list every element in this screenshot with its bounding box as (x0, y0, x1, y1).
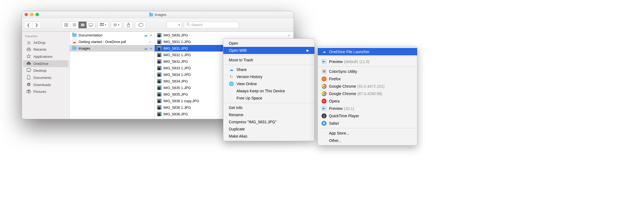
sidebar-item-documents[interactable]: Documents (23, 74, 68, 81)
preview-app-icon (322, 59, 327, 64)
action-button[interactable]: ⚙▾ (111, 21, 122, 28)
nav-buttons: ❮ ❯ (24, 21, 41, 28)
file-row[interactable]: Documentation ☁ ▸ (70, 32, 154, 38)
file-name: Documentation (79, 33, 142, 37)
ctx-rename[interactable]: Rename (223, 111, 314, 118)
file-row[interactable]: IMG_5830.JPG ✓ (155, 32, 293, 38)
share-button[interactable] (124, 21, 133, 28)
separator (318, 128, 417, 128)
synced-status-icon: ✓ (287, 33, 291, 37)
firefox-app-icon (322, 76, 327, 81)
ctx-always-keep[interactable]: Always Keep on This Device (223, 87, 314, 95)
svg-point-36 (324, 61, 325, 62)
safari-app-icon: ➤ (322, 121, 327, 126)
sidebar-item-desktop[interactable]: Desktop (23, 67, 68, 74)
svg-rect-14 (100, 23, 101, 24)
chrome-app-icon (322, 91, 327, 96)
file-row[interactable]: Getting started - OneDrive.pdf ✓ (70, 38, 154, 45)
sidebar-item-label: Desktop (33, 68, 47, 73)
openwith-preview-default[interactable]: Preview (default) (11.0) (318, 58, 417, 65)
sidebar-item-label: Recents (33, 47, 47, 52)
folder-icon (72, 33, 77, 38)
ctx-move-to-trash[interactable]: Move to Trash (223, 56, 314, 64)
svg-rect-12 (90, 26, 91, 27)
openwith-chrome-87[interactable]: Google Chrome (87.0.4280.88) (318, 90, 417, 97)
openwith-opera[interactable]: O Opera (318, 97, 417, 105)
sidebar-item-label: OneDrive (33, 62, 48, 66)
sidebar-item-applications[interactable]: Applications (23, 53, 68, 60)
sidebar-item-pictures[interactable]: Pictures (23, 88, 68, 95)
svg-point-23 (139, 24, 140, 25)
back-button[interactable]: ❮ (24, 22, 33, 28)
search-input[interactable]: Search (184, 22, 239, 28)
image-icon (157, 112, 162, 116)
documents-icon (26, 75, 31, 80)
file-name: IMG_5830.JPG (163, 33, 285, 37)
sidebar-item-label: AirDrop (33, 41, 45, 45)
tag-button[interactable] (135, 21, 146, 28)
svg-rect-18 (101, 25, 102, 26)
view-mode-buttons (62, 21, 95, 28)
ctx-free-up[interactable]: Free Up Space (223, 95, 314, 102)
close-window-button[interactable] (25, 13, 28, 16)
image-icon (157, 79, 162, 84)
gallery-view-button[interactable] (87, 22, 95, 28)
openwith-firefox[interactable]: Firefox (318, 75, 417, 82)
list-view-button[interactable] (70, 22, 79, 28)
openwith-quicktime[interactable]: Q QuickTime Player (318, 112, 417, 119)
openwith-chrome-91[interactable]: Google Chrome (91.0.4472.101) (318, 82, 417, 90)
svg-rect-0 (65, 23, 66, 25)
openwith-safari[interactable]: ➤ Safari (318, 119, 417, 127)
svg-rect-2 (65, 25, 66, 27)
svg-line-25 (189, 25, 190, 26)
forward-button[interactable]: ❯ (33, 22, 41, 28)
open-with-submenu: ☁ OneDrive File Launcher Preview (defaul… (317, 47, 417, 145)
icon-view-button[interactable] (62, 22, 70, 28)
group-by-button[interactable]: ▾ (97, 21, 109, 28)
ctx-open[interactable]: Open (223, 40, 314, 47)
path-dropdown[interactable]: ▾ (167, 21, 182, 28)
folder-icon (149, 13, 153, 16)
chevron-right-icon: ▸ (149, 33, 152, 37)
openwith-other[interactable]: Other... (318, 137, 417, 144)
sidebar-item-onedrive[interactable]: OneDrive (23, 60, 68, 67)
ctx-make-alias[interactable]: Make Alias (223, 133, 314, 140)
chrome-app-icon (322, 84, 327, 89)
ctx-get-info[interactable]: Get Info (223, 104, 314, 111)
onedrive-app-icon: ☁ (322, 49, 327, 54)
openwith-colorsync[interactable]: ✿ ColorSync Utility (318, 68, 417, 75)
sidebar: Favorites ◎ AirDrop Recents Applications (22, 32, 70, 119)
sidebar-item-label: Downloads (33, 83, 51, 87)
image-icon (157, 46, 162, 51)
separator (223, 65, 314, 65)
image-icon (157, 98, 162, 103)
sidebar-item-airdrop[interactable]: ◎ AirDrop (23, 39, 68, 46)
ctx-view-online[interactable]: 🌐 View Online (223, 80, 314, 87)
separator (223, 55, 314, 55)
ctx-open-with[interactable]: Open With▶ (223, 47, 314, 54)
svg-rect-35 (322, 61, 324, 63)
ctx-duplicate[interactable]: Duplicate (223, 125, 314, 133)
svg-rect-19 (103, 25, 104, 26)
svg-rect-9 (83, 24, 84, 26)
globe-icon: 🌐 (229, 81, 234, 86)
sidebar-item-recents[interactable]: Recents (23, 46, 68, 53)
applications-icon (26, 54, 31, 59)
column-view-button[interactable] (79, 22, 87, 28)
svg-rect-38 (322, 107, 324, 110)
sidebar-item-downloads[interactable]: Downloads (23, 81, 68, 88)
ctx-compress[interactable]: Compress "IMG_5831.JPG" (223, 118, 314, 125)
ctx-share[interactable]: ☁ Share (223, 66, 314, 73)
openwith-app-store[interactable]: App Store... (318, 129, 417, 137)
downloads-icon (26, 82, 31, 87)
ctx-version-history[interactable]: ↻ Version History (223, 73, 314, 80)
fullscreen-window-button[interactable] (36, 13, 39, 16)
preview-app-icon (322, 106, 327, 111)
minimize-window-button[interactable] (30, 13, 33, 16)
titlebar: Images (22, 11, 294, 18)
svg-rect-27 (27, 48, 30, 49)
file-row-selected[interactable]: Images ☁ ▸ (70, 45, 154, 52)
openwith-preview-10[interactable]: Preview (10.1) (318, 105, 417, 112)
openwith-onedrive-launcher[interactable]: ☁ OneDrive File Launcher (318, 48, 417, 55)
folder-icon (72, 46, 77, 51)
